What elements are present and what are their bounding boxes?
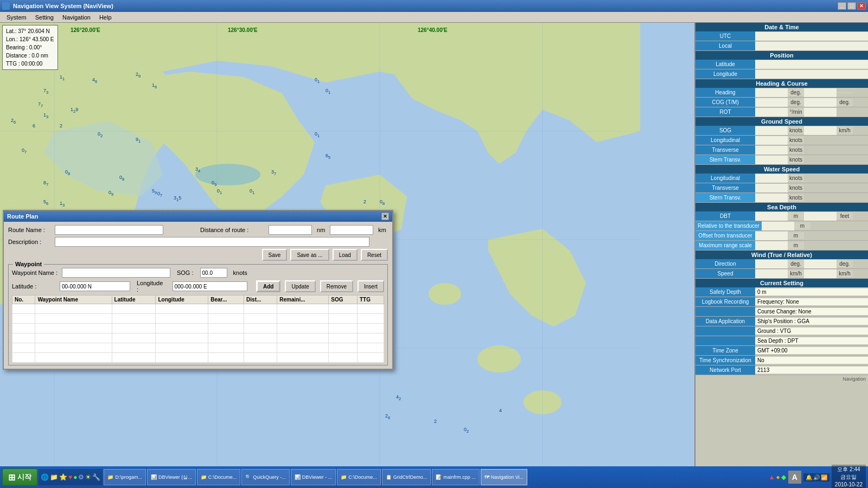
insert-button[interactable]: Insert [358,280,384,292]
table-row[interactable] [12,304,384,314]
title-bar-controls[interactable]: _ □ ✕ [838,2,866,10]
section-ground-speed: Ground Speed [695,117,868,126]
section-sea-depth: Sea Depth [695,203,868,211]
stern-gs-label: Stern Transv. [695,155,755,164]
logbook-label: Logbook Recording [695,297,755,306]
distance-label: Distance of route : [200,227,265,233]
rot-label: ROT [695,107,755,117]
wind-dir-unit2: deg. [837,260,853,267]
stern-ws-value [755,194,788,202]
lon-input[interactable] [173,281,247,291]
app-icon-6: 📁 [341,474,347,480]
taskbar-app-1[interactable]: 📁 D:\progam... [104,469,146,485]
maximize-button[interactable]: □ [847,2,856,10]
folder-icon: 📁 [50,473,58,481]
depth-num: 2 [434,419,437,424]
col-latitude: Latitude [112,296,156,304]
start-button[interactable]: ⊞ 시작 [2,468,37,486]
taskbar-app-6[interactable]: 📁 C:\Docume... [337,469,381,485]
depth-num: 56 [43,199,48,206]
latitude-label: Latitude [695,60,755,69]
browser-icon: 🌐 [41,473,49,481]
clock-day: 금요일 [835,473,863,481]
menu-system[interactable]: System [2,13,31,22]
depth-num: 07 [157,191,162,198]
transverse-ws-label: Transverse [695,183,755,192]
app-icon-1: 📁 [107,474,113,480]
dbt-unit2: feet [837,213,853,220]
table-row[interactable] [12,314,384,324]
max-range-value [755,241,788,250]
app-label-2: DBViewer (실... [158,474,192,481]
waypoint-legend: Waypoint [13,261,44,267]
taskbar-app-4[interactable]: 🔍 QuickQuery -... [241,469,290,485]
menu-help[interactable]: Help [95,13,116,22]
distance-nm-input[interactable] [269,225,312,235]
a-button[interactable]: A [788,471,801,484]
taskbar-app-2[interactable]: 📊 DBViewer (실... [147,469,196,485]
save-button[interactable]: Save [262,249,288,261]
table-row[interactable] [12,333,384,343]
description-input[interactable] [55,237,369,247]
stern-ws-label: Stern Transv. [695,193,755,202]
depth-num: 73 [43,88,48,95]
update-button[interactable]: Update [285,280,315,292]
time-sync-label: Time Synchronization [695,356,755,365]
distance-km-input[interactable] [330,225,373,235]
depth-num: 315 [174,195,181,202]
depth-num: 08 [380,199,385,206]
sog-input[interactable] [200,268,227,278]
rel-transducer-unit: m [794,222,810,229]
depth-num: 16 [152,82,157,89]
dialog-title-bar[interactable]: Route Plan ✕ [4,211,392,222]
taskbar-app-9[interactable]: 🗺 Navigation Vi... [481,469,527,485]
add-button[interactable]: Add [256,280,280,292]
lat-input[interactable] [60,281,130,291]
col-remaining: Remaini... [277,296,329,304]
wind-dir-label: Direction [695,259,755,268]
wind-speed-label: Speed [695,269,755,278]
table-row[interactable] [12,324,384,333]
app-icon-4: 🔍 [245,474,251,480]
load-button[interactable]: Load [333,249,358,261]
map-area[interactable]: 126°20.00'E 126°30.00'E 126°40.00'E 46 2… [0,23,694,466]
sog-panel-label: SOG [695,126,755,135]
menu-setting[interactable]: Setting [31,13,58,22]
depth-num: 26 [11,118,16,125]
time-zone-label: Time Zone [695,346,755,355]
waypoint-name-input[interactable] [62,268,170,278]
minimize-button[interactable]: _ [838,2,846,10]
close-button[interactable]: ✕ [857,2,866,10]
gear-icon: ⚙ [78,473,84,481]
ttg-display: TTG : 00:00:00 [6,60,54,68]
depth-num: 2 [60,123,62,129]
route-name-input[interactable] [55,225,163,235]
remove-button[interactable]: Remove [320,280,353,292]
depth-num: 2 [363,199,366,204]
cog-unit: deg. [788,99,804,106]
app-icon-7: 📋 [386,474,392,480]
app-label-7: GridCtrlDemo... [393,474,427,480]
distance-display: Distance : 0.0 nm [6,52,54,60]
clock-area: 오후 2:44 금요일 2010-10-22 [832,465,866,488]
reset-button[interactable]: Reset [361,249,388,261]
depth-num: 77 [38,101,43,108]
app-label-3: C:\Docume... [208,474,237,480]
status-icon-3: ◆ [781,473,786,481]
lon-label: Longitude : [135,280,168,293]
depth-num: 37 [271,169,276,176]
wind-speed-unit2: km/h [837,270,853,277]
app-icon: 🔧 [92,473,100,481]
table-row[interactable] [12,343,384,353]
table-row[interactable] [12,353,384,363]
save-as-button[interactable]: Save as ... [290,249,329,261]
app-label-9: Navigation Vi... [491,474,524,480]
dialog-close-button[interactable]: ✕ [381,213,389,220]
taskbar-app-7[interactable]: 📋 GridCtrlDemo... [382,469,431,485]
taskbar-app-8[interactable]: 📝 mainfrm.cpp ... [432,469,480,485]
latitude-value [755,60,868,69]
taskbar-app-5[interactable]: 📊 DBViewer - ... [291,469,336,485]
bearing-display: Bearing : 0.00° [6,43,54,52]
menu-navigation[interactable]: Navigation [58,13,95,22]
taskbar-app-3[interactable]: 📁 C:\Docume... [197,469,241,485]
